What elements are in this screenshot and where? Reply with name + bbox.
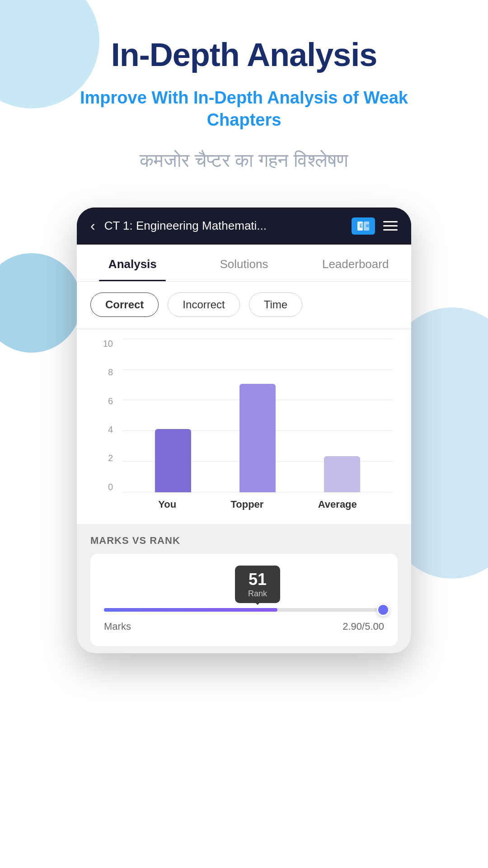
marks-rank-section: MARKS VS RANK 51 Rank Ma xyxy=(77,524,411,653)
filter-correct[interactable]: Correct xyxy=(90,292,159,317)
menu-button[interactable] xyxy=(383,221,398,231)
bar-group-topper xyxy=(239,384,276,492)
bar-topper xyxy=(239,384,276,492)
filter-container: Correct Incorrect Time xyxy=(77,282,411,328)
rank-label: Rank xyxy=(244,589,271,599)
page-title: In-Depth Analysis xyxy=(111,36,377,73)
y-label-0: 0 xyxy=(95,482,113,492)
header-icons: E अ xyxy=(352,217,398,235)
filter-incorrect[interactable]: Incorrect xyxy=(168,292,239,317)
tab-solutions[interactable]: Solutions xyxy=(188,245,300,281)
marks-row: Marks 2.90/5.00 xyxy=(104,621,384,632)
y-label-2: 2 xyxy=(95,453,113,463)
svg-text:अ: अ xyxy=(366,223,369,228)
bar-group-you xyxy=(155,429,191,492)
marks-label: Marks xyxy=(104,621,131,632)
tab-leaderboard[interactable]: Leaderboard xyxy=(300,245,411,281)
phone-body: Analysis Solutions Leaderboard Correct I… xyxy=(77,245,411,653)
chart-area: 10 8 6 4 2 0 xyxy=(95,339,393,510)
bars-row xyxy=(122,339,393,492)
slider-track xyxy=(104,608,384,612)
x-label-you: You xyxy=(158,499,176,510)
y-label-4: 4 xyxy=(95,425,113,435)
bar-you xyxy=(155,429,191,492)
slider-thumb xyxy=(377,604,389,616)
bar-average xyxy=(324,456,360,492)
y-label-6: 6 xyxy=(95,396,113,406)
page-subtitle: Improve With In-Depth Analysis of Weak C… xyxy=(68,87,420,132)
tabs-container: Analysis Solutions Leaderboard xyxy=(77,245,411,282)
slider-container[interactable] xyxy=(104,608,384,612)
phone-mockup: ‹ CT 1: Engineering Mathemati... E अ xyxy=(77,208,411,653)
book-icon[interactable]: E अ xyxy=(352,217,375,235)
back-button[interactable]: ‹ xyxy=(90,217,95,234)
phone-header: ‹ CT 1: Engineering Mathemati... E अ xyxy=(77,208,411,245)
svg-text:E: E xyxy=(360,223,363,228)
rank-tooltip: 51 Rank xyxy=(235,566,280,603)
y-axis: 10 8 6 4 2 0 xyxy=(95,339,113,510)
hindi-subtitle: कमजोर चैप्टर का गहन विश्लेषण xyxy=(140,150,348,171)
rank-number: 51 xyxy=(244,570,271,589)
x-label-average: Average xyxy=(318,499,357,510)
y-label-8: 8 xyxy=(95,367,113,377)
x-label-topper: Topper xyxy=(230,499,263,510)
slider-fill xyxy=(104,608,277,612)
bar-group-average xyxy=(324,456,360,492)
x-axis-labels: You Topper Average xyxy=(122,499,393,510)
marks-value: 2.90/5.00 xyxy=(343,621,384,632)
header-title: CT 1: Engineering Mathemati... xyxy=(104,219,343,233)
rank-card: 51 Rank Marks 2.90/5.00 xyxy=(90,554,398,646)
chart-section: 10 8 6 4 2 0 xyxy=(77,330,411,524)
tab-analysis[interactable]: Analysis xyxy=(77,245,188,281)
chart-grid-bars: You Topper Average xyxy=(122,339,393,510)
marks-rank-title: MARKS VS RANK xyxy=(90,535,398,547)
y-label-10: 10 xyxy=(95,339,113,349)
filter-time[interactable]: Time xyxy=(249,292,302,317)
